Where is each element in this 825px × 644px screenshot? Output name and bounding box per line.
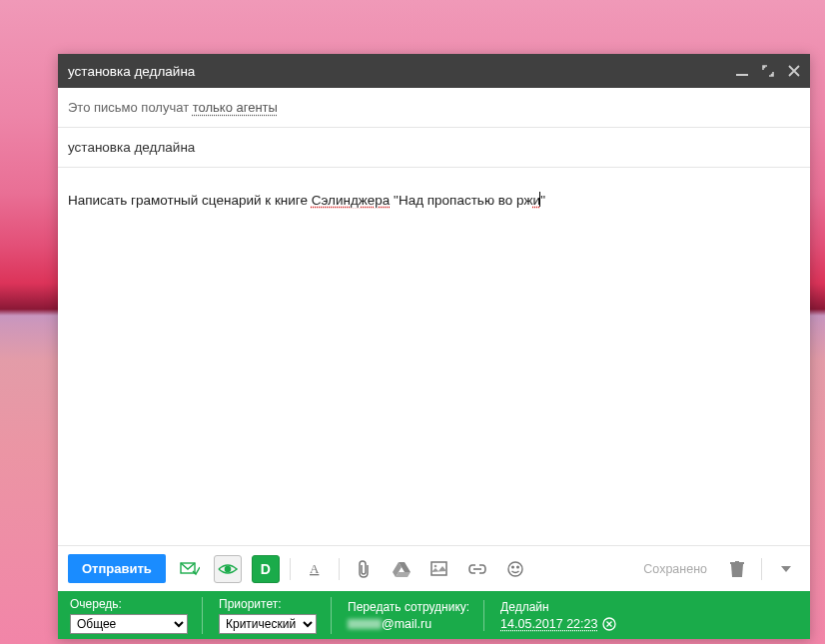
queue-label: Очередь: [70, 597, 188, 611]
saved-label: Сохранено [643, 562, 707, 576]
titlebar: установка дедлайна [58, 54, 810, 88]
svg-point-7 [512, 566, 514, 568]
send-button[interactable]: Отправить [68, 554, 166, 583]
transfer-field: Передать сотруднику: @mail.ru [348, 600, 484, 631]
d-badge-icon[interactable]: D [252, 555, 280, 583]
more-options-icon[interactable] [772, 555, 800, 583]
envelope-check-icon[interactable] [176, 555, 204, 583]
close-icon[interactable] [788, 65, 800, 77]
priority-field: Приоритет: Критический [219, 597, 332, 634]
attachment-icon[interactable] [350, 555, 378, 583]
minimize-icon[interactable] [736, 65, 748, 77]
drive-icon[interactable] [388, 555, 415, 583]
queue-field: Очередь: Общее [70, 597, 203, 634]
recipients-prefix: Это письмо получат [68, 100, 193, 115]
image-icon[interactable] [425, 555, 453, 583]
svg-point-2 [225, 566, 230, 571]
message-body[interactable]: Написать грамотный сценарий к книге Сэли… [58, 168, 810, 545]
titlebar-controls [736, 65, 800, 77]
separator [761, 558, 762, 580]
body-text: Написать грамотный сценарий к книге Сэли… [68, 193, 545, 208]
svg-rect-9 [730, 562, 744, 564]
svg-point-6 [508, 562, 522, 576]
svg-point-8 [517, 566, 519, 568]
subject-text: установка дедлайна [68, 140, 195, 155]
svg-rect-10 [735, 561, 739, 562]
clear-deadline-icon[interactable] [602, 617, 616, 631]
recipients-row[interactable]: Это письмо получат только агенты [58, 88, 810, 128]
priority-label: Приоритет: [219, 597, 317, 611]
link-icon[interactable] [463, 555, 491, 583]
priority-select[interactable]: Критический [219, 614, 317, 634]
font-format-icon[interactable]: A [301, 555, 329, 583]
deadline-label: Дедлайн [500, 600, 616, 614]
expand-icon[interactable] [762, 65, 774, 77]
properties-bar: Очередь: Общее Приоритет: Критический Пе… [58, 591, 810, 639]
recipients-link[interactable]: только агенты [193, 100, 278, 115]
svg-text:A: A [310, 561, 320, 576]
svg-point-5 [434, 565, 437, 568]
trash-icon[interactable] [723, 555, 751, 583]
transfer-value[interactable]: @mail.ru [348, 617, 469, 631]
svg-rect-0 [736, 74, 748, 76]
deadline-field: Дедлайн 14.05.2017 22:23 [500, 600, 630, 631]
toolbar: Отправить D A [58, 545, 810, 591]
eye-icon[interactable] [214, 555, 242, 583]
separator [339, 558, 340, 580]
separator [290, 558, 291, 580]
subject-row[interactable]: установка дедлайна [58, 128, 810, 168]
emoji-icon[interactable] [501, 555, 529, 583]
compose-window: установка дедлайна Это письмо получат то… [58, 54, 810, 639]
window-title: установка дедлайна [68, 64, 736, 79]
deadline-value[interactable]: 14.05.2017 22:23 [500, 617, 616, 631]
transfer-label: Передать сотруднику: [348, 600, 469, 614]
queue-select[interactable]: Общее [70, 614, 188, 634]
